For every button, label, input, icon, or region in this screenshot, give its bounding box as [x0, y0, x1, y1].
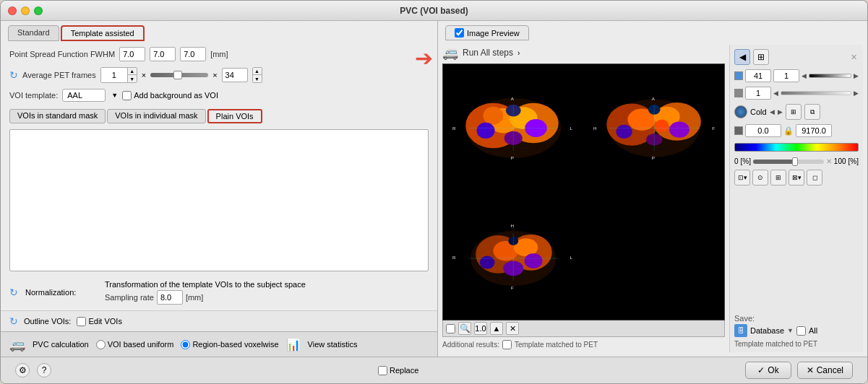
panel-body: Point Spread Function FWHM [mm] ↻ Averag… [1, 41, 437, 310]
avg-pet-label: Average PET frames [22, 71, 96, 79]
opacity-input-1[interactable] [745, 69, 771, 82]
tool-btn-5[interactable]: ◻ [807, 170, 822, 186]
norm-refresh-icon[interactable]: ↻ [9, 287, 18, 298]
cancel-button[interactable]: ✕ Cancel [797, 362, 853, 379]
colormap-right-arrow[interactable]: ▶ [778, 108, 783, 115]
image-preview-tab[interactable]: Image Preview [445, 25, 529, 40]
svg-text:F: F [511, 285, 514, 290]
sub-tab-standard-mask[interactable]: VOIs in standard mask [9, 109, 106, 123]
replace-checkbox[interactable] [378, 366, 387, 375]
colormap-copy-btn[interactable]: ⧉ [804, 104, 820, 120]
template-matched-checkbox[interactable] [502, 340, 512, 349]
zoom-in-button[interactable]: 🔍 [458, 322, 471, 335]
opacity-right-arrow[interactable]: ▶ [854, 72, 859, 79]
avg-pet-spinner: ▲ ▼ [100, 67, 137, 83]
avg-pet-input[interactable] [101, 68, 127, 82]
radio-voi-uniform-input[interactable] [96, 340, 106, 349]
psf-z-input[interactable] [180, 47, 206, 61]
svg-point-27 [654, 120, 668, 132]
close-button[interactable] [8, 6, 17, 15]
replace-label[interactable]: Replace [378, 366, 418, 375]
psf-x-input[interactable] [119, 47, 145, 61]
end-spinner-up[interactable]: ▲ [253, 68, 262, 75]
edit-vois-checkbox[interactable] [77, 317, 86, 326]
db-dropdown-arrow[interactable]: ▼ [787, 327, 794, 334]
psf-unit: [mm] [210, 50, 228, 58]
run-all-button[interactable]: Run All steps [463, 48, 513, 58]
save-section: Save: 🗄 Database ▼ All Template matched … [734, 314, 859, 348]
svg-text:P: P [511, 155, 514, 160]
all-checkbox[interactable] [796, 326, 806, 336]
sub-tab-individual-mask[interactable]: VOIs in individual mask [107, 109, 205, 123]
range-slider[interactable] [753, 160, 824, 164]
opacity-slider2[interactable] [781, 91, 851, 95]
minimize-button[interactable] [21, 6, 30, 15]
end-spinner-down[interactable]: ▼ [253, 75, 262, 82]
max-value-input[interactable] [796, 124, 832, 137]
voi-content-box [9, 129, 429, 271]
pet-slider[interactable] [150, 73, 208, 77]
tool-btn-4[interactable]: ⊠▾ [788, 170, 804, 186]
edit-vois-label[interactable]: Edit VOIs [77, 317, 121, 326]
end-spinner-arrows: ▲ ▼ [252, 67, 262, 83]
opacity-slider[interactable] [809, 74, 851, 78]
brain-svg-1: A P R L [443, 64, 584, 192]
sub-tabs-row: VOIs in standard mask VOIs in individual… [9, 109, 429, 123]
view-mode-btn-1[interactable]: ◀ [734, 49, 750, 65]
colormap-extra-btn[interactable]: ⊞ [786, 104, 802, 120]
radio-voi-uniform[interactable]: VOI based uniform [96, 340, 174, 349]
image-preview-checkbox[interactable] [455, 28, 464, 38]
outline-refresh-icon[interactable]: ↻ [9, 315, 18, 327]
close-sidebar-btn[interactable]: ✕ [848, 52, 859, 62]
sidebar-top-row: ◀ ⊞ ✕ [734, 49, 859, 65]
zoom-up-btn[interactable]: ▲ [490, 322, 503, 335]
cancel-x: ✕ [807, 365, 814, 375]
replace-text: Replace [390, 366, 418, 375]
view-stats-label: View statistics [308, 340, 358, 349]
radio-region-voxelwise[interactable]: Region-based voxelwise [181, 340, 278, 349]
ok-button[interactable]: ✓ Ok [745, 362, 791, 379]
opacity-input-2[interactable] [773, 69, 799, 82]
spinner-down[interactable]: ▼ [128, 75, 137, 82]
radio-region-voxelwise-input[interactable] [181, 340, 190, 349]
svg-rect-50 [584, 218, 725, 293]
additional-results: Additional results: Template matched to … [442, 340, 725, 349]
svg-point-40 [525, 253, 543, 269]
range-min-label: 0 [734, 157, 739, 165]
add-background-label[interactable]: Add background as VOI [122, 91, 218, 100]
opacity-right-arrow2[interactable]: ▶ [854, 90, 859, 97]
tool-btn-1[interactable]: ⊡▾ [734, 170, 750, 186]
colormap-gradient [734, 143, 859, 152]
brain-svg-3: H F R L [443, 192, 584, 320]
brain-svg-2: A P H F [584, 64, 725, 192]
colormap-icon [734, 105, 747, 118]
view-mode-btn-2[interactable]: ⊞ [753, 49, 769, 65]
settings-icon-btn[interactable]: ⚙ [15, 363, 30, 378]
psf-row: Point Spread Function FWHM [mm] [9, 47, 429, 61]
tool-btn-2[interactable]: ⊙ [752, 170, 768, 186]
colormap-left-arrow[interactable]: ◀ [770, 108, 775, 115]
psf-y-input[interactable] [150, 47, 176, 61]
avg-pet-end-input[interactable] [222, 68, 248, 82]
add-background-checkbox[interactable] [122, 91, 132, 100]
tab-template-assisted[interactable]: Template assisted [61, 25, 145, 41]
brain-image-top-right: A P H F [584, 64, 725, 192]
tab-standard[interactable]: Standard [8, 25, 59, 41]
min-value-input[interactable] [745, 124, 781, 137]
avg-pet-refresh-icon[interactable]: ↻ [9, 69, 18, 81]
opacity-left-arrow2[interactable]: ◀ [773, 90, 778, 97]
close-img-btn[interactable]: ✕ [506, 322, 519, 335]
sub-tab-plain-vois[interactable]: Plain VOIs [207, 109, 262, 123]
voi-template-select[interactable]: AAL [62, 89, 106, 102]
maximize-button[interactable] [34, 6, 43, 15]
help-btn[interactable]: ? [37, 363, 51, 378]
opacity-input-3[interactable] [745, 87, 771, 100]
zoom-level-btn[interactable]: 1.0 [474, 322, 487, 335]
sampling-rate-input[interactable] [157, 290, 183, 305]
image-checkbox[interactable] [446, 324, 455, 333]
multiply-symbol2: × [212, 71, 217, 79]
range-thumb[interactable] [792, 157, 798, 166]
tool-btn-3[interactable]: ⊞ [770, 170, 786, 186]
spinner-up[interactable]: ▲ [128, 68, 137, 75]
opacity-left-arrow[interactable]: ◀ [802, 72, 807, 79]
